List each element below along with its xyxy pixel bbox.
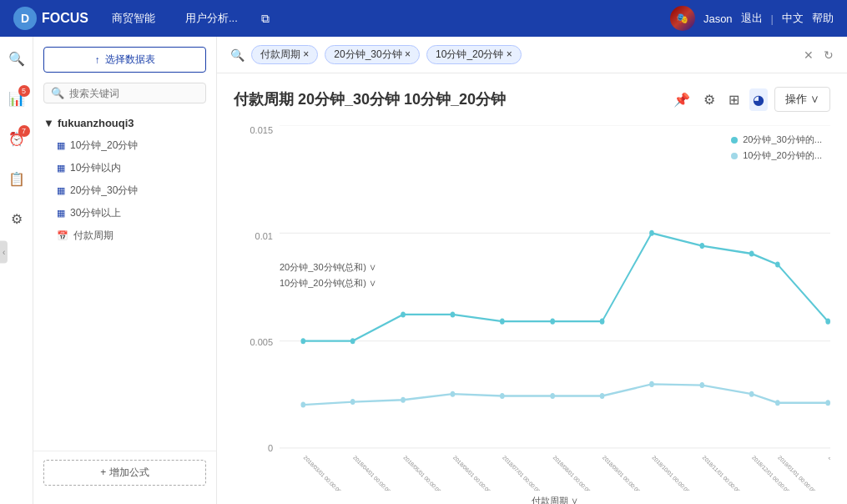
add-formula-button[interactable]: + 增加公式 xyxy=(43,460,206,486)
x-axis-svg: 2018/03/01 00:00:00 2018/04/01 00:00:00 … xyxy=(280,449,830,491)
topnav: D FOCUS 商贸智能 用户分析... ⧉ 🎭 Jason 退出 | 中文 帮… xyxy=(0,0,847,37)
select-table-button[interactable]: ↑ 选择数据表 xyxy=(43,47,206,73)
chart-body: 0.015 0.01 0.005 0 20分钟_30分钟(总 xyxy=(234,125,830,491)
tree-child-0[interactable]: ▦ 10分钟_20分钟 xyxy=(33,134,216,157)
x-axis-label[interactable]: 付款周期 ∨ xyxy=(532,496,578,504)
tree-child-label-1: 10分钟以内 xyxy=(70,161,121,175)
share-icon[interactable]: ⧉ xyxy=(261,12,270,26)
tree-child-label-0: 10分钟_20分钟 xyxy=(70,139,138,153)
nav-item-shangmao[interactable]: 商贸智能 xyxy=(105,8,162,29)
gear-icon[interactable]: ⚙ xyxy=(700,88,718,111)
legend-label-0: 20分钟_30分钟的... xyxy=(743,134,822,146)
measure-label-text-1: 10分钟_20分钟(总和) ∨ xyxy=(280,277,376,290)
add-formula-label: + 增加公式 xyxy=(100,466,149,480)
logo: D FOCUS xyxy=(13,7,88,30)
legend-item-0: 20分钟_30分钟的... xyxy=(731,134,822,146)
svg-point-27 xyxy=(825,400,830,406)
grid-icon[interactable]: ⊞ xyxy=(725,88,743,111)
measure-label-text-0: 20分钟_30分钟(总和) ∨ xyxy=(280,261,376,274)
svg-point-26 xyxy=(775,400,780,406)
table-row-icon-3: ▦ xyxy=(57,208,65,219)
svg-text:2018/10/01 00:00:00: 2018/10/01 00:00:00 xyxy=(651,455,691,491)
chart-title: 付款周期 20分钟_30分钟 10分钟_20分钟 xyxy=(234,89,670,109)
pie-icon[interactable]: ◕ xyxy=(749,88,768,111)
iconbar-settings[interactable]: ⚙ xyxy=(3,205,30,232)
measure-label-1[interactable]: 10分钟_20分钟(总和) ∨ xyxy=(280,277,376,290)
table-row-icon-0: ▦ xyxy=(57,140,65,151)
help-btn[interactable]: 帮助 xyxy=(812,11,834,26)
svg-point-16 xyxy=(300,402,305,408)
y-label-1: 0.01 xyxy=(234,231,273,241)
filter-tag-2[interactable]: 10分钟_20分钟 × xyxy=(426,45,522,64)
y-label-2: 0.005 xyxy=(234,337,273,347)
svg-point-14 xyxy=(775,261,780,267)
svg-text:2018/09/01 00:00:00: 2018/09/01 00:00:00 xyxy=(602,455,642,491)
svg-point-11 xyxy=(649,230,654,236)
tree-child-2[interactable]: ▦ 20分钟_30分钟 xyxy=(33,179,216,202)
line-series-1 xyxy=(303,384,828,405)
sidebar: ↑ 选择数据表 🔍 ▼ fukuanzhouqi3 ▦ 10分钟_20分钟 ▦ … xyxy=(33,37,217,504)
calendar-icon: 📅 xyxy=(57,230,68,241)
tree-parent[interactable]: ▼ fukuanzhouqi3 xyxy=(33,112,216,134)
legend-dot-0 xyxy=(731,137,738,144)
svg-point-23 xyxy=(649,381,654,387)
lang-btn[interactable]: 中文 xyxy=(782,11,804,26)
main-layout: 🔍 📊 5 ⏰ 7 📋 ⚙ ↑ 选择数据表 🔍 xyxy=(0,37,847,504)
legend-label-1: 10分钟_20分钟的... xyxy=(743,149,822,162)
y-label-0: 0.015 xyxy=(234,125,273,135)
logout-btn[interactable]: 退出 xyxy=(741,11,763,26)
iconbar-search[interactable]: 🔍 xyxy=(3,45,30,72)
tree-child-4[interactable]: 📅 付款周期 xyxy=(33,224,216,247)
operate-label: 操作 ∨ xyxy=(785,92,819,107)
operate-button[interactable]: 操作 ∨ xyxy=(774,87,830,112)
select-table-label: 选择数据表 xyxy=(105,53,155,67)
iconbar-chart[interactable]: 📊 5 xyxy=(3,85,30,112)
svg-point-13 xyxy=(749,250,754,256)
sidebar-search-input[interactable] xyxy=(69,88,199,99)
tree-parent-label: fukuanzhouqi3 xyxy=(58,117,134,129)
nav-item-yonghu[interactable]: 用户分析... xyxy=(179,8,245,29)
svg-point-22 xyxy=(600,393,605,399)
filter-tag-0[interactable]: 付款周期 × xyxy=(251,45,318,64)
search-input-wrap: 🔍 xyxy=(43,83,206,103)
svg-text:2018/11/01 00:00:00: 2018/11/01 00:00:00 xyxy=(702,455,742,491)
table-row-icon-1: ▦ xyxy=(57,163,65,174)
chart-legend: 20分钟_30分钟的... 10分钟_20分钟的... xyxy=(731,134,822,165)
pin-icon[interactable]: 📌 xyxy=(670,88,693,111)
chart-actions: 📌 ⚙ ⊞ ◕ 操作 ∨ xyxy=(670,87,830,112)
svg-text:2018/04/01 00:00:00: 2018/04/01 00:00:00 xyxy=(352,455,392,491)
user-area: 🎭 Jason 退出 | 中文 帮助 xyxy=(670,6,834,31)
svg-text:2018/05/01 00:00:00: 2018/05/01 00:00:00 xyxy=(402,455,442,491)
tree-child-3[interactable]: ▦ 30分钟以上 xyxy=(33,202,216,224)
iconbar-table[interactable]: 📋 xyxy=(3,165,30,192)
iconbar-clock[interactable]: ⏰ 7 xyxy=(3,125,30,152)
svg-point-17 xyxy=(350,399,355,405)
svg-point-24 xyxy=(699,382,704,388)
svg-point-4 xyxy=(300,338,305,344)
collapse-handle[interactable]: ‹ xyxy=(0,241,8,264)
measure-label-0[interactable]: 20分钟_30分钟(总和) ∨ xyxy=(280,261,376,274)
svg-point-6 xyxy=(401,311,406,317)
clock-badge: 7 xyxy=(18,125,30,137)
icon-bar: 🔍 📊 5 ⏰ 7 📋 ⚙ xyxy=(0,37,33,504)
avatar: 🎭 xyxy=(670,6,695,31)
search-mini-icon: 🔍 xyxy=(51,87,64,99)
filter-clear-icon[interactable]: ✕ xyxy=(804,48,814,62)
filter-refresh-icon[interactable]: ↻ xyxy=(824,48,834,62)
svg-text:2018/03/01 00:00:00: 2018/03/01 00:00:00 xyxy=(303,455,343,491)
tree-child-1[interactable]: ▦ 10分钟以内 xyxy=(33,157,216,179)
svg-text:2018/08/01 00:00:00: 2018/08/01 00:00:00 xyxy=(552,455,592,491)
svg-text:2018/07/01 00:00:00: 2018/07/01 00:00:00 xyxy=(502,455,542,491)
svg-point-25 xyxy=(749,391,754,397)
filter-tag-1[interactable]: 20分钟_30分钟 × xyxy=(325,45,420,64)
filter-bar: 🔍 付款周期 × 20分钟_30分钟 × 10分钟_20分钟 × ✕ ↻ xyxy=(217,37,847,73)
tree-child-label-4: 付款周期 xyxy=(73,229,113,243)
svg-point-19 xyxy=(451,391,456,397)
content-area: 🔍 付款周期 × 20分钟_30分钟 × 10分钟_20分钟 × ✕ ↻ 付款周… xyxy=(217,37,847,504)
svg-point-15 xyxy=(825,319,830,325)
chevron-left-icon: ‹ xyxy=(3,248,5,257)
legend-dot-1 xyxy=(731,153,738,159)
svg-text:2019/02/01 00:00:00: 2019/02/01 00:00:00 xyxy=(827,455,830,491)
tree-area: ▼ fukuanzhouqi3 ▦ 10分钟_20分钟 ▦ 10分钟以内 ▦ 2… xyxy=(33,112,216,451)
table-row-icon-2: ▦ xyxy=(57,185,65,196)
